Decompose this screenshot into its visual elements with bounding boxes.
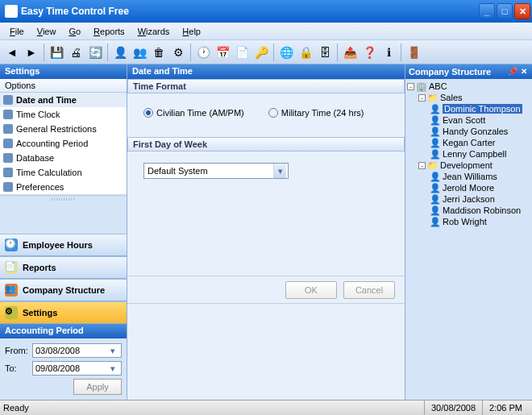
tool-key-icon[interactable]: 🔑 <box>252 44 270 61</box>
to-label: To: <box>5 363 32 373</box>
window-title: Easy Time Control Free <box>21 6 477 17</box>
chevron-down-icon[interactable]: ▾ <box>273 164 286 178</box>
dialog-button-row: OK Cancel <box>127 276 405 303</box>
tree-group-development[interactable]: -📁Development <box>407 160 530 171</box>
pin-icon[interactable]: 📌 <box>508 67 517 77</box>
tool-db-icon[interactable]: 🗄 <box>316 44 334 61</box>
minimize-button[interactable]: _ <box>479 3 495 19</box>
nav-reports[interactable]: 📄Reports <box>0 256 127 279</box>
tool-delete-icon[interactable]: 🗑 <box>150 44 168 61</box>
splitter-grip-icon[interactable] <box>52 198 76 201</box>
menu-bar: File View Go Reports Wizards Help <box>0 23 532 40</box>
menu-reports[interactable]: Reports <box>87 25 131 38</box>
cancel-button[interactable]: Cancel <box>343 281 395 299</box>
close-button[interactable]: ✕ <box>514 3 530 19</box>
radio-icon <box>143 108 153 118</box>
title-bar: Easy Time Control Free _ □ ✕ <box>0 0 532 23</box>
status-ready: Ready <box>3 403 29 413</box>
menu-wizards[interactable]: Wizards <box>131 25 177 38</box>
options-list: Date and Time Time Clock General Restric… <box>0 93 127 194</box>
tree-person[interactable]: 👤Evan Scott <box>407 114 530 126</box>
right-panel: Company Structure 📌 ✕ -🏢ABC -📁Sales 👤Dom… <box>405 64 532 400</box>
tool-user-icon[interactable]: 👤 <box>111 44 129 61</box>
first-day-header: First Day of Week <box>127 137 405 151</box>
tree-person[interactable]: 👤Jerri Jackson <box>407 193 530 205</box>
option-date-time[interactable]: Date and Time <box>0 93 127 107</box>
chevron-down-icon[interactable]: ▾ <box>107 346 118 356</box>
tool-calendar-icon[interactable]: 📅 <box>214 44 231 61</box>
tool-globe-icon[interactable]: 🌐 <box>277 44 295 61</box>
maximize-button[interactable]: □ <box>497 3 513 19</box>
option-accounting-period[interactable]: Accounting Period <box>0 136 127 151</box>
company-tree: -🏢ABC -📁Sales 👤Dominic Thompson 👤Evan Sc… <box>405 79 532 229</box>
left-panel: Settings Options Date and Time Time Cloc… <box>0 64 127 400</box>
accounting-period-header: Accounting Period <box>0 324 127 338</box>
tool-save-icon[interactable]: 💾 <box>48 44 65 61</box>
status-bar: Ready 30/08/2008 2:06 PM <box>0 400 532 415</box>
ok-button[interactable]: OK <box>285 281 337 299</box>
radio-civilian[interactable]: Civilian Time (AM/PM) <box>143 108 244 118</box>
nav-employee-hours[interactable]: 🕐Employee Hours <box>0 234 127 256</box>
status-time: 2:06 PM <box>482 400 529 415</box>
chevron-down-icon[interactable]: ▾ <box>107 363 118 374</box>
tool-lock-icon[interactable]: 🔒 <box>297 44 314 61</box>
nav-company-structure[interactable]: 👥Company Structure <box>0 279 127 301</box>
status-date: 30/08/2008 <box>424 400 482 415</box>
menu-file[interactable]: File <box>3 25 31 38</box>
menu-help[interactable]: Help <box>176 25 207 38</box>
tree-person[interactable]: 👤Kegan Carter <box>407 137 530 148</box>
to-date-input[interactable]: 09/08/2008▾ <box>32 361 122 376</box>
tree-person[interactable]: 👤Dominic Thompson <box>407 103 530 114</box>
menu-view[interactable]: View <box>31 25 63 38</box>
apply-button[interactable]: Apply <box>73 379 122 395</box>
tree-root[interactable]: -🏢ABC <box>407 81 530 92</box>
options-label: Options <box>0 79 127 93</box>
from-date-input[interactable]: 03/08/2008▾ <box>32 343 122 358</box>
from-label: From: <box>5 346 32 355</box>
option-time-calculation[interactable]: Time Calculation <box>0 165 127 180</box>
center-title: Date and Time <box>127 64 405 79</box>
tree-person[interactable]: 👤Lenny Campbell <box>407 148 530 160</box>
tool-back-icon[interactable]: ◄ <box>3 44 21 61</box>
tool-refresh-icon[interactable]: 🔄 <box>86 44 104 61</box>
option-time-clock[interactable]: Time Clock <box>0 107 127 122</box>
settings-header: Settings <box>0 64 127 79</box>
tool-export-icon[interactable]: 📤 <box>341 44 359 61</box>
toolbar: ◄ ► 💾 🖨 🔄 👤 👥 🗑 ⚙ 🕐 📅 📄 🔑 🌐 🔒 🗄 📤 ❓ ℹ 🚪 <box>0 40 532 64</box>
tool-users-icon[interactable]: 👥 <box>131 44 148 61</box>
close-panel-icon[interactable]: ✕ <box>519 67 529 77</box>
tool-exit-icon[interactable]: 🚪 <box>405 44 422 61</box>
tool-forward-icon[interactable]: ► <box>23 44 40 61</box>
tool-help-icon[interactable]: ❓ <box>360 44 378 61</box>
tool-print-icon[interactable]: 🖨 <box>67 44 85 61</box>
tree-person[interactable]: 👤Rob Wright <box>407 216 530 227</box>
tree-person[interactable]: 👤Jean Williams <box>407 171 530 182</box>
tree-group-sales[interactable]: -📁Sales <box>407 92 530 103</box>
option-general-restrictions[interactable]: General Restrictions <box>0 122 127 136</box>
tree-person[interactable]: 👤Jerold Moore <box>407 182 530 193</box>
option-database[interactable]: Database <box>0 151 127 165</box>
first-day-combo[interactable]: Default System ▾ <box>143 163 289 179</box>
combo-value: Default System <box>148 166 208 176</box>
app-icon <box>5 5 18 18</box>
tree-person[interactable]: 👤Handy Gonzales <box>407 126 530 137</box>
tool-report-icon[interactable]: 📄 <box>233 44 251 61</box>
tool-info-icon[interactable]: ℹ <box>380 44 397 61</box>
company-structure-header: Company Structure 📌 ✕ <box>405 64 532 79</box>
tool-clock-icon[interactable]: 🕐 <box>194 44 212 61</box>
nav-settings[interactable]: ⚙Settings <box>0 301 127 324</box>
option-preferences[interactable]: Preferences <box>0 180 127 194</box>
time-format-header: Time Format <box>127 79 405 93</box>
radio-icon <box>268 108 278 118</box>
accounting-period-body: From: 03/08/2008▾ To: 09/08/2008▾ Apply <box>0 338 127 400</box>
nav-group: 🕐Employee Hours 📄Reports 👥Company Struct… <box>0 234 127 324</box>
tree-person[interactable]: 👤Maddison Robinson <box>407 205 530 216</box>
tool-gear-icon[interactable]: ⚙ <box>169 44 187 61</box>
menu-go[interactable]: Go <box>62 25 87 38</box>
radio-military[interactable]: Military Time (24 hrs) <box>268 108 364 118</box>
center-panel: Date and Time Time Format Civilian Time … <box>127 64 405 400</box>
